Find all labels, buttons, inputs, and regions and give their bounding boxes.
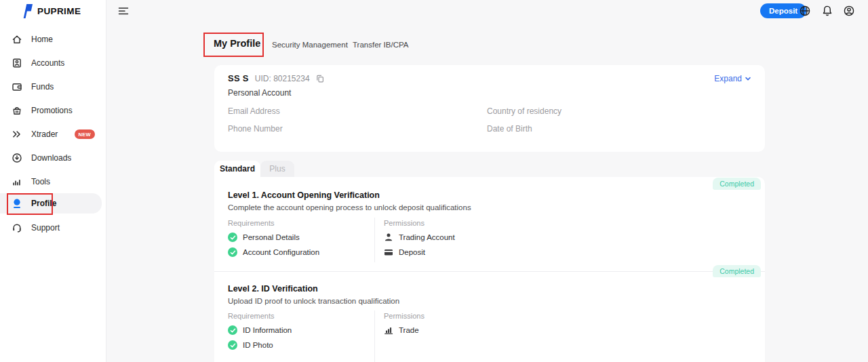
download-circle-icon: [12, 153, 22, 163]
permission-item: Trading Account: [384, 233, 455, 242]
tab-my-profile[interactable]: My Profile: [214, 38, 260, 49]
bars-icon: [12, 176, 22, 187]
permissions-label: Permissions: [384, 219, 425, 227]
profile-icon: [12, 198, 22, 209]
requirement-label: Personal Details: [243, 233, 300, 241]
profile-name-row: SS S UID: 80215234: [228, 73, 324, 83]
chart-icon: [384, 325, 393, 335]
copy-icon[interactable]: [316, 75, 324, 83]
sidebar-item-xtrader[interactable]: Xtrader NEW: [0, 123, 106, 145]
globe-icon[interactable]: [799, 5, 811, 17]
puprime-logo-icon: [19, 3, 33, 19]
requirement-label: ID Information: [243, 326, 292, 334]
requirement-label: ID Photo: [243, 341, 273, 349]
status-badge: Completed: [713, 265, 761, 277]
sidebar-item-label: Downloads: [31, 153, 71, 163]
permission-label: Deposit: [399, 248, 425, 256]
wallet-icon: [12, 81, 22, 92]
account-type: Personal Account: [228, 88, 291, 98]
tab-transfer-ib-cpa[interactable]: Transfer IB/CPA: [353, 41, 408, 49]
sidebar-item-funds[interactable]: Funds: [0, 76, 106, 98]
id-card-icon: [12, 58, 22, 68]
new-badge: NEW: [75, 129, 95, 139]
tab-security-management[interactable]: Security Management: [272, 41, 348, 49]
permissions-label: Permissions: [384, 312, 425, 320]
check-circle-icon: [228, 340, 237, 350]
profile-card: SS S UID: 80215234 Expand Personal Accou…: [214, 65, 765, 152]
column-divider: [374, 218, 375, 262]
sidebar-item-support[interactable]: Support: [0, 217, 106, 239]
sidebar-item-home[interactable]: Home: [0, 28, 106, 50]
sidebar-item-label: Tools: [31, 177, 50, 186]
sidebar-item-downloads[interactable]: Downloads: [0, 147, 106, 169]
sidebar-item-tools[interactable]: Tools: [0, 171, 106, 193]
app-root: PUPRIME Home Accounts: [0, 0, 868, 362]
sidebar-item-promotions[interactable]: Promotions: [0, 100, 106, 121]
profile-uid: UID: 80215234: [255, 74, 310, 83]
bell-icon[interactable]: [821, 5, 833, 17]
brand-name: PUPRIME: [37, 6, 81, 16]
level2-subtitle: Upload ID proof to unlock transaction qu…: [228, 297, 399, 305]
requirement-item: Account Configuration: [228, 247, 319, 257]
sidebar-item-label: Xtrader: [31, 129, 58, 139]
sidebar-item-label: Home: [31, 35, 53, 44]
level2-title: Level 2. ID Verification: [228, 284, 318, 294]
requirements-label: Requirements: [228, 312, 274, 320]
sidebar-item-profile[interactable]: Profile: [0, 193, 102, 214]
level-divider: [214, 271, 765, 272]
field-date-of-birth: Date of Birth: [487, 124, 532, 134]
column-divider: [374, 310, 375, 362]
requirement-label: Account Configuration: [243, 248, 319, 256]
expand-button[interactable]: Expand: [714, 74, 751, 83]
level1-title: Level 1. Account Opening Verification: [228, 190, 380, 200]
check-circle-icon: [228, 233, 237, 242]
profile-name: SS S: [228, 73, 249, 83]
sidebar-item-label: Accounts: [31, 58, 64, 68]
double-chevron-icon: [12, 129, 22, 140]
sidebar: PUPRIME Home Accounts: [0, 0, 106, 362]
permission-label: Trade: [399, 326, 419, 334]
sidebar-item-label: Promotions: [31, 106, 73, 115]
menu-icon[interactable]: [117, 5, 130, 17]
level1-subtitle: Complete the account opening process to …: [228, 203, 471, 212]
requirements-label: Requirements: [228, 219, 274, 227]
permission-item: Trade: [384, 325, 419, 335]
expand-label: Expand: [714, 74, 742, 83]
person-icon: [384, 233, 393, 242]
card-icon: [384, 247, 393, 257]
requirement-item: Personal Details: [228, 233, 300, 242]
headset-icon: [12, 222, 22, 233]
check-circle-icon: [228, 325, 237, 335]
check-circle-icon: [228, 247, 237, 257]
sidebar-item-label: Profile: [31, 199, 56, 208]
sidebar-item-label: Support: [31, 223, 60, 233]
basket-icon: [12, 105, 22, 116]
home-icon: [12, 34, 22, 45]
tab-standard[interactable]: Standard: [214, 161, 260, 177]
sidebar-item-accounts[interactable]: Accounts: [0, 52, 106, 74]
field-email-address: Email Address: [228, 106, 280, 116]
account-icon[interactable]: [843, 5, 855, 17]
permission-item: Deposit: [384, 247, 425, 257]
brand-logo[interactable]: PUPRIME: [19, 3, 81, 19]
permission-label: Trading Account: [399, 233, 455, 241]
requirement-item: ID Photo: [228, 340, 273, 350]
tab-plus[interactable]: Plus: [260, 161, 294, 177]
sidebar-item-label: Funds: [31, 82, 54, 92]
field-phone-number: Phone Number: [228, 124, 283, 134]
verification-card: Completed Level 1. Account Opening Verif…: [214, 177, 765, 362]
field-country-of-residency: Country of residency: [487, 106, 561, 116]
status-badge: Completed: [713, 178, 761, 190]
chevron-down-icon: [745, 75, 751, 82]
requirement-item: ID Information: [228, 325, 292, 335]
